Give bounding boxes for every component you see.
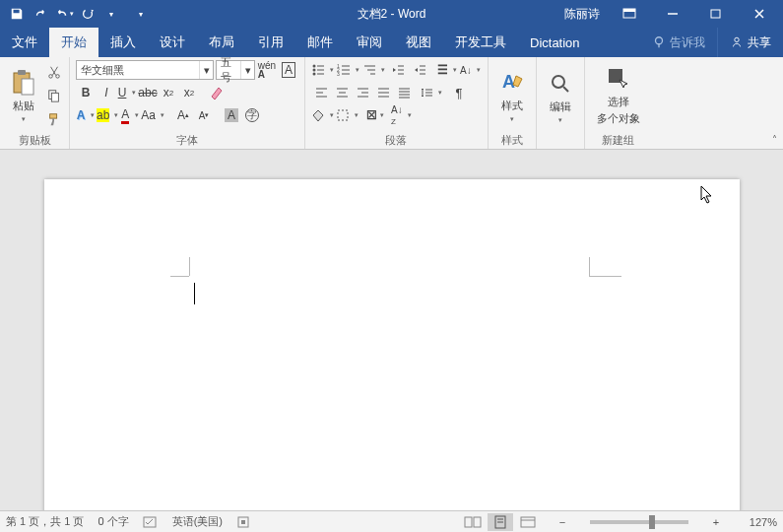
read-mode-icon[interactable] xyxy=(460,513,486,531)
ribbon-options-icon[interactable] xyxy=(610,3,649,25)
bold-button[interactable]: B xyxy=(76,83,96,102)
page-indicator[interactable]: 第 1 页，共 1 页 xyxy=(6,514,84,529)
increase-indent-icon[interactable] xyxy=(410,60,429,80)
window-title: 文档2 - Word xyxy=(358,6,426,23)
tab-insert[interactable]: 插入 xyxy=(98,28,148,57)
group-newgroup: 选择 多个对象 新建组 xyxy=(585,57,652,149)
zoom-level[interactable]: 127% xyxy=(738,516,777,528)
multilevel-list-icon[interactable] xyxy=(362,60,386,80)
styles-button[interactable]: A 样式 ▾ xyxy=(492,60,532,131)
quick-access-toolbar: ▾ ▾ ▾ xyxy=(0,3,152,25)
subscript-button[interactable]: x2 xyxy=(159,83,178,102)
superscript-button[interactable]: x2 xyxy=(179,83,199,102)
undo-icon[interactable]: ▾ xyxy=(53,3,75,25)
user-name[interactable]: 陈丽诗 xyxy=(558,6,606,23)
redo-icon[interactable] xyxy=(30,3,51,25)
tab-home[interactable]: 开始 xyxy=(49,28,98,57)
clear-formatting-icon[interactable] xyxy=(207,83,227,102)
svg-point-19 xyxy=(313,73,316,76)
svg-rect-64 xyxy=(474,517,481,527)
svg-point-6 xyxy=(735,37,739,41)
borders-icon[interactable] xyxy=(336,105,359,125)
qat-customize-icon[interactable]: ▾ xyxy=(100,3,122,25)
tab-design[interactable]: 设计 xyxy=(148,28,197,57)
language-indicator[interactable]: 英语(美国) xyxy=(172,514,223,529)
tab-review[interactable]: 审阅 xyxy=(345,28,394,57)
change-case-icon[interactable]: Aa xyxy=(141,105,165,125)
spellcheck-icon[interactable] xyxy=(143,515,159,529)
paste-icon xyxy=(10,69,37,97)
group-styles: A 样式 ▾ 样式 xyxy=(489,57,537,149)
editing-button[interactable]: 编辑 ▾ xyxy=(541,60,580,134)
close-icon[interactable] xyxy=(740,3,779,25)
tab-view[interactable]: 视图 xyxy=(394,28,443,57)
minimize-icon[interactable] xyxy=(653,3,692,25)
font-name-combo[interactable]: 华文细黑▾ xyxy=(76,60,214,80)
maximize-icon[interactable] xyxy=(696,3,736,25)
text-effects-icon[interactable]: A xyxy=(76,105,96,125)
tab-dictation[interactable]: Dictation xyxy=(518,28,592,57)
align-right-icon[interactable] xyxy=(353,83,372,102)
zoom-out-button[interactable]: − xyxy=(555,516,570,528)
document-area[interactable] xyxy=(0,150,783,510)
share-button[interactable]: 共享 xyxy=(717,28,783,57)
touch-mode-icon[interactable]: ▾ xyxy=(130,3,152,25)
tab-layout[interactable]: 布局 xyxy=(197,28,246,57)
format-painter-icon[interactable] xyxy=(45,110,63,128)
line-spacing-icon[interactable] xyxy=(420,83,443,102)
repeat-icon[interactable] xyxy=(77,3,98,25)
decrease-indent-icon[interactable] xyxy=(388,60,408,80)
bullets-icon[interactable] xyxy=(311,60,335,80)
font-size-combo[interactable]: 五号▾ xyxy=(216,60,255,80)
paste-button[interactable]: 粘贴 ▾ xyxy=(4,60,43,131)
grow-font-icon[interactable]: A▴ xyxy=(173,105,193,125)
font-name-value: 华文细黑 xyxy=(77,63,199,78)
tell-me-search[interactable]: 告诉我 xyxy=(640,28,717,57)
underline-button[interactable]: U xyxy=(117,83,137,102)
svg-rect-63 xyxy=(465,517,472,527)
show-marks-icon[interactable]: ¶ xyxy=(449,83,469,102)
phonetic-guide-icon[interactable]: wénA xyxy=(257,60,277,80)
asian-layout-icon[interactable]: ☰ xyxy=(437,60,458,80)
align-left-icon[interactable] xyxy=(311,83,331,102)
sort-icon[interactable]: A↓ xyxy=(460,60,482,80)
save-icon[interactable] xyxy=(6,3,28,25)
document-page[interactable] xyxy=(44,179,740,510)
italic-button[interactable]: I xyxy=(97,83,116,102)
enclose-char-icon[interactable]: 字 xyxy=(242,105,262,125)
sort2-icon[interactable]: A↓Z xyxy=(391,105,413,125)
cut-icon[interactable] xyxy=(45,63,63,81)
font-color-icon[interactable]: A xyxy=(120,105,140,125)
distribute-icon[interactable] xyxy=(394,83,414,102)
zoom-thumb[interactable] xyxy=(649,515,655,529)
collapse-ribbon-icon[interactable]: ˄ xyxy=(772,134,777,145)
align-center-icon[interactable] xyxy=(332,83,352,102)
zoom-in-button[interactable]: + xyxy=(708,516,724,528)
highlight-icon[interactable]: ab xyxy=(97,105,119,125)
copy-icon[interactable] xyxy=(45,87,63,104)
shading-icon[interactable] xyxy=(311,105,335,125)
word-count[interactable]: 0 个字 xyxy=(98,514,128,529)
margin-mark xyxy=(189,257,190,276)
tab-developer[interactable]: 开发工具 xyxy=(443,28,518,57)
strikethrough-button[interactable]: abc xyxy=(138,83,158,102)
char-border-icon[interactable]: A xyxy=(279,60,298,80)
editing-label: 编辑 xyxy=(550,100,571,114)
group-editing: 编辑 ▾ xyxy=(537,57,585,149)
paste-label: 粘贴 xyxy=(13,99,34,113)
numbering-icon[interactable]: 123 xyxy=(337,60,360,80)
web-layout-icon[interactable] xyxy=(515,513,541,531)
select-line2: 多个对象 xyxy=(597,111,640,126)
print-layout-icon[interactable] xyxy=(488,513,513,531)
char-shading-icon[interactable]: A xyxy=(222,105,241,125)
tab-mailings[interactable]: 邮件 xyxy=(295,28,345,57)
tab-references[interactable]: 引用 xyxy=(246,28,295,57)
macro-icon[interactable] xyxy=(236,515,250,529)
justify-icon[interactable] xyxy=(373,83,393,102)
tab-file[interactable]: 文件 xyxy=(0,28,49,57)
char-scale-icon[interactable]: ☒ xyxy=(365,105,385,125)
zoom-slider[interactable] xyxy=(590,520,688,524)
shrink-font-icon[interactable]: A▾ xyxy=(194,105,214,125)
select-multiple-button[interactable]: 选择 多个对象 xyxy=(589,60,648,131)
svg-rect-8 xyxy=(18,70,26,75)
